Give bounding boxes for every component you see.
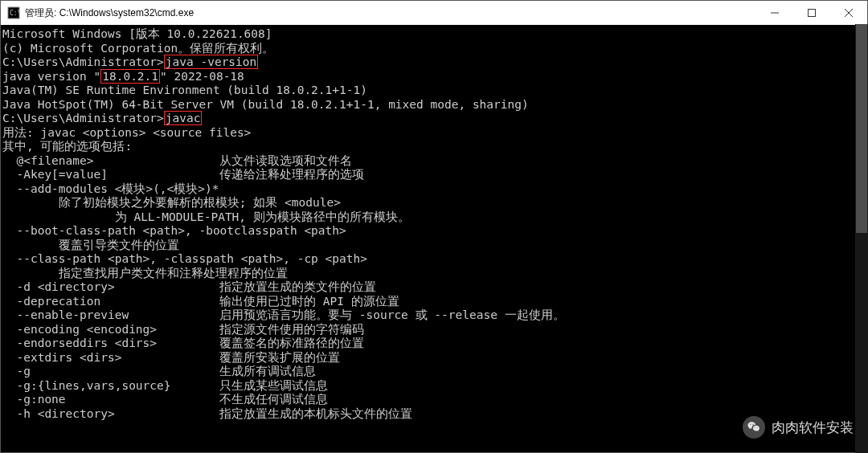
svg-text:C:\: C:\ (10, 10, 20, 17)
option-line: -g:{lines,vars,source}只生成某些调试信息 (2, 379, 866, 394)
text-line: Java HotSpot(TM) 64-Bit Server VM (build… (2, 98, 866, 112)
option-line: -endorseddirs <dirs>覆盖签名的标准路径的位置 (2, 337, 866, 351)
option-line: -d <directory>指定放置生成的类文件的位置 (2, 280, 866, 295)
text-line: 其中, 可能的选项包括: (2, 140, 866, 154)
option-line: @<filename>从文件读取选项和文件名 (2, 154, 866, 169)
prompt: C:\Users\Administrator> (2, 112, 164, 124)
prompt: C:\Users\Administrator> (2, 55, 164, 68)
option-desc: 为 ALL-MODULE-PATH, 则为模块路径中的所有模块。 (2, 210, 866, 225)
highlight-command: java -version (164, 55, 259, 69)
minimize-button[interactable] (756, 1, 793, 25)
highlight-command: javac (164, 111, 203, 125)
watermark: 肉肉软件安装 (743, 416, 854, 439)
terminal-output[interactable]: Microsoft Windows [版本 10.0.22621.608](c)… (1, 25, 867, 452)
option-line: -extdirs <dirs>覆盖所安装扩展的位置 (2, 351, 866, 365)
text-line: java version "18.0.2.1" 2022-08-18 (2, 70, 866, 84)
cmd-window: C:\ 管理员: C:\Windows\system32\cmd.exe Mic… (0, 0, 868, 453)
text-line: 用法: javac <options> <source files> (2, 126, 866, 141)
highlight-version: 18.0.2.1 (100, 69, 160, 84)
watermark-text: 肉肉软件安装 (772, 418, 854, 437)
scrollbar-thumb[interactable] (856, 24, 867, 233)
maximize-button[interactable] (793, 1, 830, 25)
titlebar[interactable]: C:\ 管理员: C:\Windows\system32\cmd.exe (1, 1, 867, 25)
text-line: (c) Microsoft Corporation。保留所有权利。 (2, 42, 866, 56)
vertical-scrollbar[interactable] (855, 24, 868, 453)
option-desc: 除了初始模块之外要解析的根模块; 如果 <module> (2, 196, 866, 210)
window-controls (756, 1, 867, 25)
option-line: --enable-preview启用预览语言功能。要与 -source 或 --… (2, 308, 866, 323)
prompt-line: C:\Users\Administrator>javac (2, 112, 866, 126)
text-line: Microsoft Windows [版本 10.0.22621.608] (2, 27, 866, 42)
prompt-line: C:\Users\Administrator>java -version (2, 55, 866, 70)
option-desc: 指定查找用户类文件和注释处理程序的位置 (2, 267, 866, 281)
option-line: -g:none不生成任何调试信息 (2, 393, 866, 407)
svg-rect-3 (809, 10, 816, 17)
wechat-icon (743, 416, 765, 439)
option-line: -deprecation输出使用已过时的 API 的源位置 (2, 295, 866, 309)
option-line: --add-modules <模块>(,<模块>)* (2, 182, 866, 197)
option-line: -Akey[=value]传递给注释处理程序的选项 (2, 168, 866, 182)
window-title: 管理员: C:\Windows\system32\cmd.exe (25, 6, 194, 20)
option-line: -h <directory>指定放置生成的本机标头文件的位置 (2, 407, 866, 422)
option-line: --boot-class-path <path>, -bootclasspath… (2, 224, 866, 239)
option-desc: 覆盖引导类文件的位置 (2, 239, 866, 253)
option-line: --class-path <path>, -classpath <path>, … (2, 252, 866, 267)
option-line: -encoding <encoding>指定源文件使用的字符编码 (2, 323, 866, 337)
cmd-icon: C:\ (7, 6, 20, 19)
text-line: Java(TM) SE Runtime Environment (build 1… (2, 84, 866, 98)
option-line: -g生成所有调试信息 (2, 365, 866, 379)
close-button[interactable] (830, 1, 867, 25)
